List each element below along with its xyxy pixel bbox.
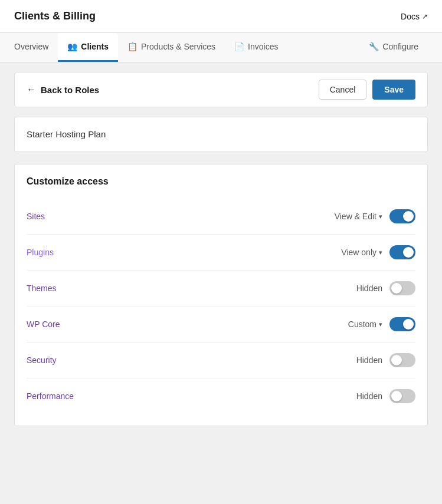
clients-icon: 👥	[67, 42, 77, 51]
wpcore-toggle[interactable]	[389, 317, 415, 331]
access-row-plugins: Plugins View only ▾	[27, 235, 415, 271]
access-label-plugins: Plugins	[27, 248, 54, 257]
access-label-themes: Themes	[27, 284, 57, 293]
access-right-themes: Hidden	[356, 281, 415, 295]
docs-label: Docs	[401, 12, 420, 21]
wpcore-value-dropdown[interactable]: Custom ▾	[348, 319, 382, 329]
access-right-plugins: View only ▾	[341, 245, 415, 259]
external-link-icon: ↗	[422, 12, 428, 21]
access-right-performance: Hidden	[356, 389, 415, 403]
back-to-roles-link[interactable]: ← Back to Roles	[27, 84, 99, 95]
plan-name-input[interactable]	[27, 129, 415, 139]
security-toggle-slider	[389, 353, 415, 367]
tab-clients-label: Clients	[81, 42, 109, 51]
sites-toggle[interactable]	[389, 209, 415, 223]
tab-invoices-label: Invoices	[248, 42, 278, 51]
top-header: Clients & Billing Docs ↗	[0, 0, 442, 33]
tab-invoices[interactable]: 📄 Invoices	[225, 33, 287, 62]
tab-overview-label: Overview	[14, 42, 48, 51]
invoices-icon: 📄	[234, 42, 244, 51]
security-value-text: Hidden	[356, 355, 382, 365]
chevron-down-icon: ▾	[379, 321, 382, 328]
products-icon: 📋	[127, 42, 137, 51]
save-button[interactable]: Save	[372, 80, 415, 100]
access-right-wpcore: Custom ▾	[348, 317, 415, 331]
access-row-performance: Performance Hidden	[27, 378, 415, 414]
cancel-button[interactable]: Cancel	[319, 80, 367, 100]
tab-products-label: Products & Services	[141, 42, 215, 51]
customize-section: Customize access Sites View & Edit ▾ Plu…	[14, 164, 428, 426]
plugins-value-dropdown[interactable]: View only ▾	[341, 248, 382, 257]
tab-overview[interactable]: Overview	[14, 33, 58, 62]
access-right-sites: View & Edit ▾	[335, 209, 415, 223]
chevron-down-icon: ▾	[379, 249, 382, 256]
back-arrow-icon: ←	[27, 84, 36, 95]
performance-toggle[interactable]	[389, 389, 415, 403]
tab-products[interactable]: 📋 Products & Services	[118, 33, 225, 62]
customize-title: Customize access	[27, 176, 415, 187]
access-label-performance: Performance	[27, 391, 74, 401]
security-value-label: Hidden	[356, 355, 382, 365]
access-label-sites: Sites	[27, 212, 45, 221]
main-content: ← Back to Roles Cancel Save Customize ac…	[0, 62, 442, 504]
plugins-value-text: View only	[341, 248, 376, 257]
configure-icon: 🔧	[369, 42, 379, 51]
plugins-toggle-slider	[389, 245, 415, 259]
page-title: Clients & Billing	[14, 10, 96, 22]
access-row-sites: Sites View & Edit ▾	[27, 199, 415, 235]
access-row-wpcore: WP Core Custom ▾	[27, 307, 415, 342]
themes-value-text: Hidden	[356, 284, 382, 293]
tab-configure[interactable]: 🔧 Configure	[359, 33, 428, 62]
sites-toggle-slider	[389, 209, 415, 223]
chevron-down-icon: ▾	[379, 213, 382, 220]
access-right-security: Hidden	[356, 353, 415, 367]
access-row-security: Security Hidden	[27, 342, 415, 378]
security-toggle[interactable]	[389, 353, 415, 367]
themes-value-label: Hidden	[356, 284, 382, 293]
docs-link[interactable]: Docs ↗	[401, 12, 428, 21]
plugins-toggle[interactable]	[389, 245, 415, 259]
nav-tabs: Overview 👥 Clients 📋 Products & Services…	[0, 33, 442, 62]
tab-clients[interactable]: 👥 Clients	[58, 33, 118, 62]
access-label-security: Security	[27, 355, 57, 365]
sites-value-text: View & Edit	[335, 212, 376, 221]
action-buttons: Cancel Save	[319, 80, 415, 100]
performance-value-label: Hidden	[356, 391, 382, 401]
sites-value-dropdown[interactable]: View & Edit ▾	[335, 212, 382, 221]
plan-name-container	[14, 117, 428, 152]
themes-toggle[interactable]	[389, 281, 415, 295]
access-row-themes: Themes Hidden	[27, 271, 415, 307]
performance-value-text: Hidden	[356, 391, 382, 401]
themes-toggle-slider	[389, 281, 415, 295]
wpcore-toggle-slider	[389, 317, 415, 331]
wpcore-value-text: Custom	[348, 319, 376, 329]
back-label: Back to Roles	[41, 85, 99, 95]
tab-configure-label: Configure	[382, 42, 418, 51]
access-label-wpcore: WP Core	[27, 319, 60, 329]
back-bar: ← Back to Roles Cancel Save	[14, 72, 428, 107]
performance-toggle-slider	[389, 389, 415, 403]
